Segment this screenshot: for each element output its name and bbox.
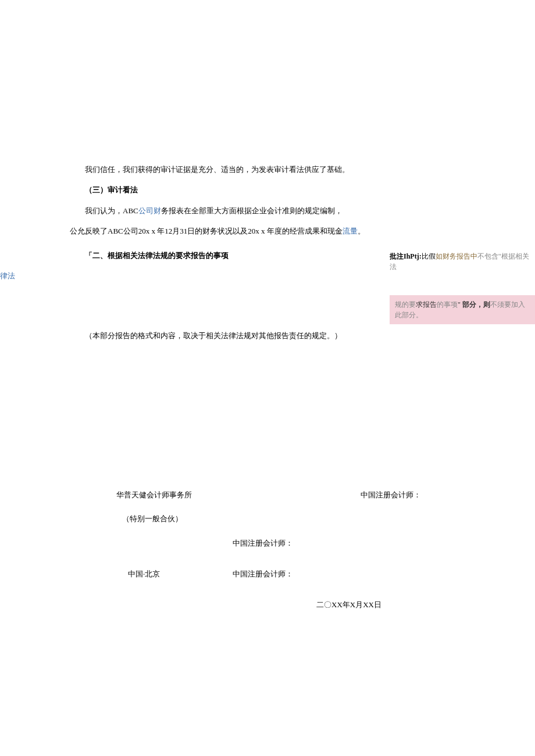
signature-block: 华普天健会计师事务所 中国注册会计师： （特别一般合伙） 中国注册会计师： 中国… [70,488,465,612]
format-note-paragraph: （本部分报告的格式和内容，取决于相关法律法规对其他报告责任的规定。） [70,329,465,342]
section-heading-3: （三）审计看法 [70,183,465,196]
box-quote: " [458,300,462,309]
p3-x1: x [149,227,155,235]
cpa-label-2: 中国注册会计师： [233,536,361,550]
partnership-type: （特别一般合伙） [116,512,233,525]
p3-pre: 公允反映了ABC公司20x [70,227,149,235]
annotation-text2: 如财务报告中 [436,252,477,260]
p3-mid2: 年度的经营成果和现金 [265,227,342,235]
box-text2: 求报告 [416,300,437,309]
box-bold: 部分，则 [462,300,490,309]
firm-name: 华普天健会计师事务所 [116,488,233,501]
p3-mid: 年12月31日的财务状况以及20x [155,227,259,235]
opinion-paragraph-1: 我们认为，ABC公司财务报表在全部重大方面根据企业会计准则的规定编制， [70,204,465,217]
annotation-container: 批注IhPtj:比假如财务报告中不包含"根据相关法 规的要求报告的事项" 部分，… [390,251,535,324]
p2-link1: 公司财 [138,206,161,215]
p3-end: 。 [358,227,365,235]
date-line: 二〇XX年X月XX日 [116,598,465,611]
evidence-paragraph: 我们信任，我们获得的审计证据是充分、适当的，为发表审计看法供应了基础。 [70,163,465,176]
opinion-paragraph-2: 公允反映了ABC公司20x x 年12月31日的财务状况以及20x x 年度的经… [70,224,465,238]
cpa-label-1: 中国注册会计师： [361,488,465,501]
p3-link: 流量 [343,227,358,235]
cpa-label-3: 中国注册会计师： [233,567,361,581]
p2-post: 务报表在全部重大方面根据企业会计准则的规定编制， [161,206,343,215]
box-text1: 规的要 [395,300,416,309]
annotation-text1: 比假 [422,252,436,260]
box-text3: 的事项 [437,300,458,309]
annotation-label: 批注IhPtj:比假如财务报告中不包含"根据相关法 [390,251,535,272]
p2-pre: 我们认为，ABC [85,206,138,215]
annotation-tag: 批注IhPtj: [390,252,422,260]
annotation-box: 规的要求报告的事项" 部分，则不须要加入此部分。 [390,295,535,324]
location: 中国·北京 [116,567,233,581]
